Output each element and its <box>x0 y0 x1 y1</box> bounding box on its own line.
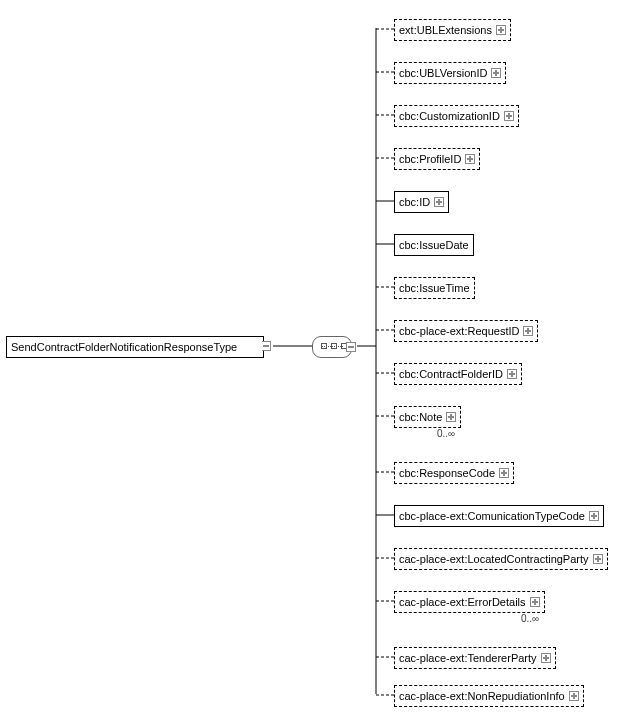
expand-icon[interactable] <box>589 511 599 521</box>
expand-icon[interactable] <box>523 326 533 336</box>
expand-icon[interactable] <box>496 25 506 35</box>
expand-icon[interactable] <box>593 554 603 564</box>
child-node[interactable]: cbc:IssueTime <box>394 277 475 299</box>
child-node[interactable]: cbc:ProfileID <box>394 148 480 170</box>
root-node[interactable]: SendContractFolderNotificationResponseTy… <box>6 336 264 358</box>
child-node[interactable]: cac-place-ext:NonRepudiationInfo <box>394 685 584 707</box>
root-expander-icon[interactable] <box>262 341 271 351</box>
child-node[interactable]: cbc:CustomizationID <box>394 105 519 127</box>
child-label: cbc:ProfileID <box>399 153 461 165</box>
child-node[interactable]: cbc:ResponseCode <box>394 462 514 484</box>
child-node[interactable]: cbc:ID <box>394 191 449 213</box>
child-label: cbc:Note <box>399 411 442 423</box>
sequence-expander-icon[interactable] <box>346 342 356 352</box>
child-node[interactable]: cac-place-ext:LocatedContractingParty <box>394 548 608 570</box>
child-label: cbc:CustomizationID <box>399 110 500 122</box>
child-label: cbc:ID <box>399 196 430 208</box>
expand-icon[interactable] <box>569 691 579 701</box>
child-node[interactable]: cbc:Note <box>394 406 461 428</box>
expand-icon[interactable] <box>446 412 456 422</box>
child-label: cbc-place-ext:ComunicationTypeCode <box>399 510 585 522</box>
child-node[interactable]: cbc-place-ext:ComunicationTypeCode <box>394 505 604 527</box>
expand-icon[interactable] <box>491 68 501 78</box>
root-label: SendContractFolderNotificationResponseTy… <box>11 341 237 353</box>
child-node[interactable]: cac-place-ext:ErrorDetails <box>394 591 545 613</box>
child-label: cbc-place-ext:RequestID <box>399 325 519 337</box>
child-node[interactable]: cbc:ContractFolderID <box>394 363 522 385</box>
child-label: cac-place-ext:TendererParty <box>399 652 537 664</box>
child-label: cbc:ResponseCode <box>399 467 495 479</box>
child-node[interactable]: cbc:UBLVersionID <box>394 62 506 84</box>
child-label: cbc:UBLVersionID <box>399 67 487 79</box>
expand-icon[interactable] <box>507 369 517 379</box>
expand-icon[interactable] <box>504 111 514 121</box>
child-label: cbc:IssueDate <box>399 239 469 251</box>
child-label: cac-place-ext:LocatedContractingParty <box>399 553 589 565</box>
child-label: cac-place-ext:ErrorDetails <box>399 596 526 608</box>
child-label: ext:UBLExtensions <box>399 24 492 36</box>
expand-icon[interactable] <box>465 154 475 164</box>
child-node[interactable]: ext:UBLExtensions <box>394 19 511 41</box>
child-node[interactable]: cac-place-ext:TendererParty <box>394 647 556 669</box>
cardinality-label: 0..∞ <box>437 428 455 439</box>
expand-icon[interactable] <box>541 653 551 663</box>
expand-icon[interactable] <box>434 197 444 207</box>
child-label: cbc:ContractFolderID <box>399 368 503 380</box>
child-label: cac-place-ext:NonRepudiationInfo <box>399 690 565 702</box>
child-node[interactable]: cbc:IssueDate <box>394 234 474 256</box>
expand-icon[interactable] <box>530 597 540 607</box>
child-node[interactable]: cbc-place-ext:RequestID <box>394 320 538 342</box>
cardinality-label: 0..∞ <box>521 613 539 624</box>
expand-icon[interactable] <box>499 468 509 478</box>
sequence-compositor[interactable] <box>312 336 352 358</box>
child-label: cbc:IssueTime <box>399 282 470 294</box>
